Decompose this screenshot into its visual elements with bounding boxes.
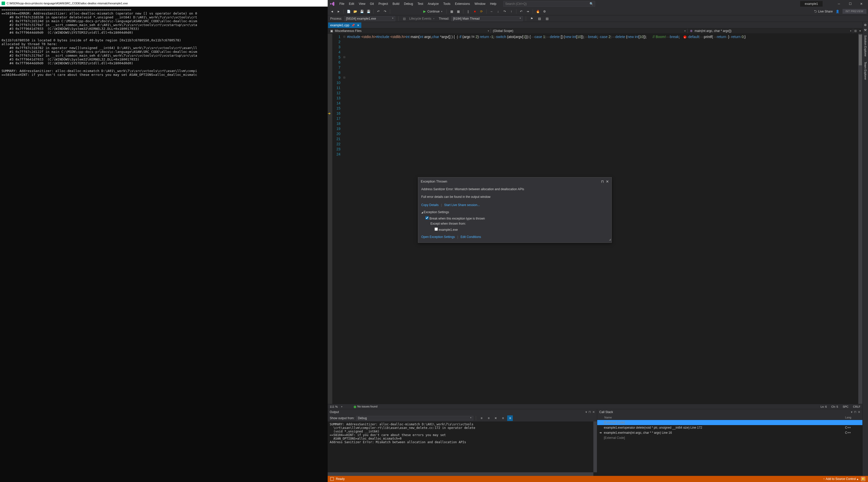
cs-close-icon[interactable]: ✕ — [858, 410, 860, 414]
out-toggle-icon[interactable]: ≡ — [507, 415, 513, 421]
issues-status[interactable]: No issues found — [357, 405, 377, 408]
search-icon[interactable]: 🔍 — [590, 2, 593, 6]
menu-git[interactable]: Git — [368, 1, 376, 7]
output-source-combo[interactable]: Debug — [356, 416, 473, 421]
notifications-icon[interactable]: 🔔 — [861, 477, 865, 481]
break-checkbox-label[interactable]: Break when this exception type is thrown — [425, 216, 609, 221]
start-liveshare-link[interactable]: Start Live Share session... — [444, 203, 480, 207]
menu-edit[interactable]: Edit — [347, 1, 356, 7]
console-body[interactable]: ========================================… — [0, 7, 328, 482]
nav-back-icon[interactable]: ◄ — [329, 9, 335, 14]
step-into-icon[interactable]: ↓ — [495, 9, 501, 14]
out-goto-icon[interactable]: ≡ — [486, 415, 491, 421]
cs-pin-icon[interactable]: ⊓ — [854, 410, 856, 414]
menu-file[interactable]: File — [337, 1, 346, 7]
next-statement-icon[interactable]: → — [489, 9, 494, 14]
nav-scope-combo[interactable]: (Global Scope) — [491, 29, 687, 33]
tab-example1[interactable]: example1.cpp 📌 ✕ — [328, 23, 361, 28]
callstack-row[interactable]: example1.exe!operator delete(void * ptr,… — [597, 425, 862, 430]
redo-icon[interactable]: ↷ — [382, 9, 388, 14]
edit-conditions-link[interactable]: Edit Conditions — [461, 235, 481, 239]
console-titlebar[interactable]: C:\MSDN\cpp-docs-pr\docs\c-language\ASAN… — [0, 0, 328, 7]
output-hscrollbar[interactable] — [328, 472, 593, 476]
menu-help[interactable]: Help — [488, 1, 498, 7]
zoom-level[interactable]: 111 % — [330, 405, 338, 408]
team-explorer-tab[interactable]: Team Explorer — [863, 60, 867, 82]
add-source-control[interactable]: ↑ Add to Source Control ▴ — [823, 477, 858, 481]
tab-close-icon[interactable]: ✕ — [357, 24, 359, 27]
close-button[interactable]: ✕ — [856, 1, 866, 7]
menu-project[interactable]: Project — [376, 1, 390, 7]
lifecycle-icon[interactable]: ▤ — [402, 16, 407, 22]
breakpoint-margin[interactable] — [328, 34, 332, 404]
output-dropdown-icon[interactable]: ▾ — [586, 410, 587, 414]
break-checkbox[interactable] — [425, 216, 429, 220]
output-close-icon[interactable]: ✕ — [592, 410, 595, 414]
minimize-button[interactable]: ─ — [834, 1, 844, 7]
menu-analyze[interactable]: Analyze — [426, 1, 441, 7]
nav-project-combo[interactable]: ▣ Miscellaneous Files — [328, 29, 491, 33]
output-body[interactable]: SUMMARY: AddressSanitizer: alloc-dealloc… — [328, 422, 597, 476]
menu-test[interactable]: Test — [416, 1, 425, 7]
out-find-icon[interactable]: ≡ — [478, 415, 484, 421]
callstack-body[interactable]: [External Code]example1.exe!operator del… — [597, 420, 862, 476]
nav-fwd-icon[interactable]: ► — [336, 9, 341, 14]
editor-scrollbar[interactable] — [858, 34, 862, 404]
proc-icon[interactable]: ▤ — [545, 16, 550, 22]
stack-frame-icon[interactable]: ⚑ — [529, 16, 535, 22]
hot-reload-icon[interactable]: 🔥 — [535, 9, 540, 14]
cs-dropdown-icon[interactable]: ▾ — [851, 410, 852, 414]
out-wrap-icon[interactable]: ≡ — [500, 415, 506, 421]
undo-icon[interactable]: ↶ — [376, 9, 381, 14]
continue-button[interactable]: ▶ Continue ▾ — [421, 9, 444, 14]
indent-indicator[interactable]: SPC — [843, 405, 848, 408]
solution-explorer-tab[interactable]: Solution Explorer — [863, 33, 867, 59]
open-exception-settings-link[interactable]: Open Exception Settings — [421, 235, 455, 239]
callstack-row[interactable]: [External Code] — [597, 435, 862, 441]
stop-icon[interactable]: ■ — [472, 9, 477, 14]
process-combo[interactable]: [58104] example1.exe — [344, 16, 395, 21]
exception-settings-header[interactable]: Exception Settings — [421, 209, 609, 215]
code-editor[interactable]: 123456789101112131415161718192021222324 … — [328, 34, 862, 404]
expand-icon[interactable]: ▾ — [858, 29, 862, 33]
menu-view[interactable]: View — [357, 1, 367, 7]
save-all-icon[interactable]: 💾 — [366, 9, 371, 14]
menu-build[interactable]: Build — [391, 1, 402, 7]
char-indicator[interactable]: Ch: 5 — [831, 405, 838, 408]
maximize-button[interactable]: ☐ — [845, 1, 855, 7]
step-out-icon[interactable]: ↑ — [508, 9, 514, 14]
open-icon[interactable]: 📂 — [352, 9, 358, 14]
output-vscrollbar[interactable] — [593, 422, 597, 472]
restart-icon[interactable]: ⟳ — [478, 9, 484, 14]
tools-icon[interactable]: ⚙ — [541, 9, 547, 14]
exe-except-label[interactable]: example1.exe — [435, 227, 609, 232]
menu-extensions[interactable]: Extensions — [453, 1, 472, 7]
vs-search[interactable]: 🔍 — [503, 1, 595, 7]
line-indicator[interactable]: Ln: 6 — [820, 405, 827, 408]
resize-grip-icon[interactable]: ◢ — [609, 237, 611, 242]
menu-debug[interactable]: Debug — [402, 1, 415, 7]
exe-except-checkbox[interactable] — [435, 227, 438, 231]
save-icon[interactable]: 💾 — [359, 9, 365, 14]
feedback-icon[interactable]: 👤 — [835, 9, 840, 14]
step-back-icon[interactable]: ↶ — [518, 9, 524, 14]
cs-name-header[interactable]: Name — [599, 416, 845, 419]
browser-sel-icon[interactable]: ▦ — [449, 9, 455, 14]
exc-pin-icon[interactable]: ⊓ — [601, 179, 604, 184]
cs-lang-header[interactable]: Lang — [845, 416, 860, 419]
fold-column[interactable]: ⊟⊟⊟ — [342, 34, 346, 404]
thread-icon[interactable]: ▤ — [537, 16, 542, 22]
out-clear-icon[interactable]: ✕ — [493, 415, 498, 421]
props-icon[interactable]: ⚙ — [863, 23, 867, 27]
menu-window[interactable]: Window — [472, 1, 488, 7]
copy-details-link[interactable]: Copy Details — [421, 203, 439, 207]
liveshare-button[interactable]: ⮌ Live Share — [814, 10, 833, 13]
eol-indicator[interactable]: CRLF — [853, 405, 860, 408]
new-project-icon[interactable]: 📄 — [346, 9, 351, 14]
step-over-icon[interactable]: ↷ — [502, 9, 507, 14]
step-fwd-icon[interactable]: ↠ — [525, 9, 531, 14]
thread-combo[interactable]: [8184] Main Thread — [451, 16, 523, 21]
callstack-row[interactable]: [External Code] — [597, 420, 862, 425]
pause-icon[interactable]: ‖ — [465, 9, 471, 14]
output-pin-icon[interactable]: ⊓ — [589, 410, 591, 414]
